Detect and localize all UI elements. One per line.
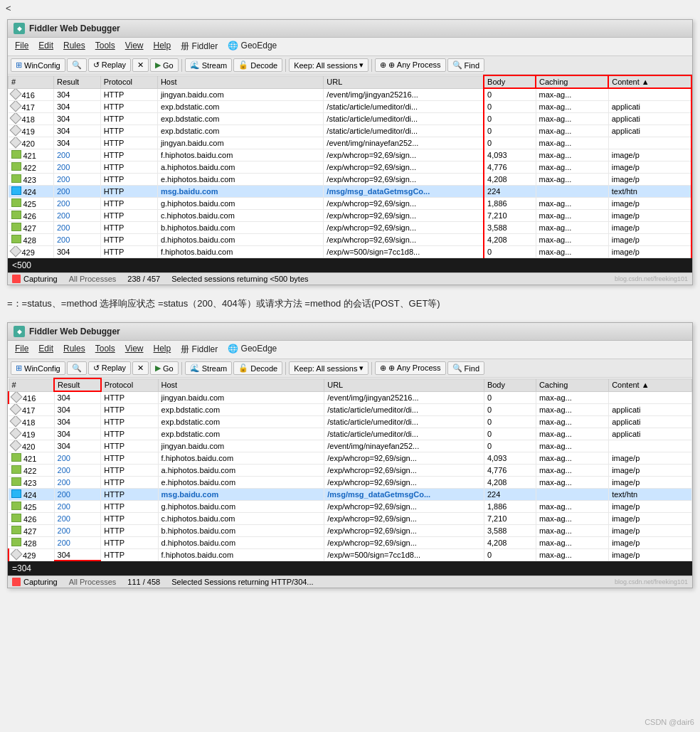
table-row[interactable]: 422200HTTPa.hiphotos.baidu.com/exp/whcro… (9, 464, 692, 476)
diamond-icon (10, 415, 22, 427)
table-row[interactable]: 416304HTTPjingyan.baidu.com/event/img/ji… (9, 391, 692, 403)
replay-button[interactable]: ↺ Replay (88, 58, 131, 72)
table-row[interactable]: 418304HTTPexp.bdstatic.com/static/articl… (9, 112, 692, 124)
cell-content: image/p (609, 512, 692, 524)
keep-button[interactable]: Keep: All sessions ▾ (289, 58, 368, 72)
bottom-keep-button[interactable]: Keep: All sessions ▾ (289, 361, 368, 375)
cell-caching: max-ag... (536, 137, 608, 149)
bottom-decode-button[interactable]: 🔓 Decode (233, 361, 282, 375)
table-row[interactable]: 417304HTTPexp.bdstatic.com/static/articl… (9, 403, 692, 415)
menu-geoedge[interactable]: 🌐 GeoEdge (223, 39, 281, 54)
bottom-find-button[interactable]: 🔍 Find (447, 361, 484, 375)
table-row[interactable]: 419304HTTPexp.bdstatic.com/static/articl… (9, 428, 692, 440)
top-filter-input[interactable] (12, 260, 97, 270)
cell-url: /exp/whcrop=92,69/sign... (324, 536, 484, 548)
bottom-keep-arrow-icon: ▾ (359, 364, 364, 373)
table-row[interactable]: 420304HTTPjingyan.baidu.com/event/img/ni… (9, 440, 692, 452)
bottom-filter-input[interactable] (12, 563, 97, 573)
back-arrow[interactable]: < (0, 0, 700, 16)
bottom-session-table: # Result Protocol Host URL Body Caching … (8, 378, 692, 561)
cell-protocol: HTTP (100, 233, 157, 245)
bottom-session-table-container[interactable]: # Result Protocol Host URL Body Caching … (8, 378, 692, 561)
menu-edit[interactable]: Edit (34, 39, 58, 54)
table-row[interactable]: 426200HTTPc.hiphotos.baidu.com/exp/whcro… (9, 209, 692, 221)
bottom-replay-button[interactable]: ↺ Replay (88, 361, 131, 375)
menu-view[interactable]: View (121, 39, 148, 54)
cell-result: 304 (54, 428, 101, 440)
table-row[interactable]: 423200HTTPe.hiphotos.baidu.com/exp/whcro… (9, 173, 692, 185)
table-row[interactable]: 428200HTTPd.hiphotos.baidu.com/exp/whcro… (9, 233, 692, 245)
table-row[interactable]: 424200HTTPmsg.baidu.com/msg/msg_dataGetm… (9, 488, 692, 500)
menu-help[interactable]: Help (149, 39, 176, 54)
cell-protocol: HTTP (101, 440, 158, 452)
table-row[interactable]: 421200HTTPf.hiphotos.baidu.com/exp/whcro… (9, 452, 692, 464)
browse-button[interactable]: 🔍 (67, 58, 87, 72)
diamond-icon (9, 137, 21, 148)
cell-caching: max-ag... (536, 500, 608, 512)
bottom-menu-fiddler[interactable]: 册 Fiddler (176, 342, 222, 357)
table-row[interactable]: 429304HTTPf.hiphotos.baidu.com/exp/w=500… (9, 548, 692, 561)
cell-body: 4,208 (484, 536, 536, 548)
winconfig-label: WinConfig (24, 61, 60, 70)
bottom-menu-file[interactable]: File (11, 342, 33, 357)
winconfig-button[interactable]: ⊞ WinConfig (11, 58, 65, 72)
table-row[interactable]: 423200HTTPe.hiphotos.baidu.com/exp/whcro… (9, 476, 692, 488)
cell-protocol: HTTP (101, 428, 158, 440)
bottom-keep-label: Keep: All sessions (294, 364, 357, 373)
top-filter-bar (8, 258, 692, 272)
cell-num: 424 (9, 488, 54, 500)
col-header-content: Content ▲ (608, 75, 691, 88)
top-session-table-container[interactable]: # Result Protocol Host URL Body Caching … (8, 75, 692, 258)
bottom-capturing-label: Capturing (23, 578, 58, 586)
table-row[interactable]: 425200HTTPg.hiphotos.baidu.com/exp/whcro… (9, 197, 692, 209)
bottom-go-button[interactable]: ▶ Go (150, 361, 179, 375)
bottom-any-process-button[interactable]: ⊕ ⊕ Any Process (375, 361, 445, 375)
bottom-filter-bar (8, 561, 692, 575)
bottom-replay-label: ↺ Replay (93, 364, 126, 373)
cell-host: f.hiphotos.baidu.com (158, 548, 324, 561)
table-row[interactable]: 429304HTTPf.hiphotos.baidu.com/exp/w=500… (9, 245, 692, 258)
bottom-menu-edit[interactable]: Edit (34, 342, 58, 357)
cell-host: exp.bdstatic.com (158, 403, 324, 415)
cell-num: 419 (9, 428, 54, 440)
stream-button[interactable]: 🌊 Stream (185, 58, 232, 72)
menu-rules[interactable]: Rules (59, 39, 90, 54)
find-button[interactable]: 🔍 Find (447, 58, 484, 72)
cell-result: 200 (54, 464, 101, 476)
table-row[interactable]: 419304HTTPexp.bdstatic.com/static/articl… (9, 124, 692, 137)
decode-button[interactable]: 🔓 Decode (233, 58, 282, 72)
table-row[interactable]: 426200HTTPc.hiphotos.baidu.com/exp/whcro… (9, 512, 692, 524)
go-button[interactable]: ▶ Go (150, 58, 179, 72)
bottom-stream-button[interactable]: 🌊 Stream (185, 361, 232, 375)
table-row[interactable]: 425200HTTPg.hiphotos.baidu.com/exp/whcro… (9, 500, 692, 512)
table-row[interactable]: 421200HTTPf.hiphotos.baidu.com/exp/whcro… (9, 149, 692, 161)
bottom-menu-view[interactable]: View (121, 342, 148, 357)
cell-caching: max-ag... (536, 112, 608, 124)
cell-caching: max-ag... (536, 88, 608, 100)
table-row[interactable]: 418304HTTPexp.bdstatic.com/static/articl… (9, 415, 692, 428)
table-row[interactable]: 416304HTTPjingyan.baidu.com/event/img/ji… (9, 88, 692, 100)
table-row[interactable]: 417304HTTPexp.bdstatic.com/static/articl… (9, 100, 692, 112)
bottom-cross-button[interactable]: ✕ (132, 361, 149, 375)
bottom-menu-geoedge[interactable]: 🌐 GeoEdge (223, 342, 281, 357)
menu-fiddler[interactable]: 册 Fiddler (176, 39, 222, 54)
menu-file[interactable]: File (11, 39, 33, 54)
cell-result: 200 (53, 173, 100, 185)
table-row[interactable]: 427200HTTPb.hiphotos.baidu.com/exp/whcro… (9, 221, 692, 233)
any-process-button[interactable]: ⊕ ⊕ Any Process (375, 58, 445, 72)
cross-button[interactable]: ✕ (132, 58, 149, 72)
bottom-toolbar: ⊞ WinConfig 🔍 ↺ Replay ✕ ▶ Go 🌊 Stream 🔓… (8, 359, 692, 378)
bottom-winconfig-button[interactable]: ⊞ WinConfig (11, 361, 65, 375)
table-row[interactable]: 428200HTTPd.hiphotos.baidu.com/exp/whcro… (9, 536, 692, 548)
table-row[interactable]: 424200HTTPmsg.baidu.com/msg/msg_dataGetm… (9, 185, 692, 197)
top-processes: All Processes (69, 275, 117, 283)
bottom-browse-button[interactable]: 🔍 (67, 361, 87, 375)
bottom-menu-help[interactable]: Help (149, 342, 176, 357)
bottom-menu-rules[interactable]: Rules (59, 342, 90, 357)
table-row[interactable]: 422200HTTPa.hiphotos.baidu.com/exp/whcro… (9, 161, 692, 173)
bottom-menu-tools[interactable]: Tools (91, 342, 120, 357)
bottom-col-header-content: Content ▲ (609, 378, 692, 391)
table-row[interactable]: 420304HTTPjingyan.baidu.com/event/img/ni… (9, 137, 692, 149)
table-row[interactable]: 427200HTTPb.hiphotos.baidu.com/exp/whcro… (9, 524, 692, 536)
menu-tools[interactable]: Tools (91, 39, 120, 54)
